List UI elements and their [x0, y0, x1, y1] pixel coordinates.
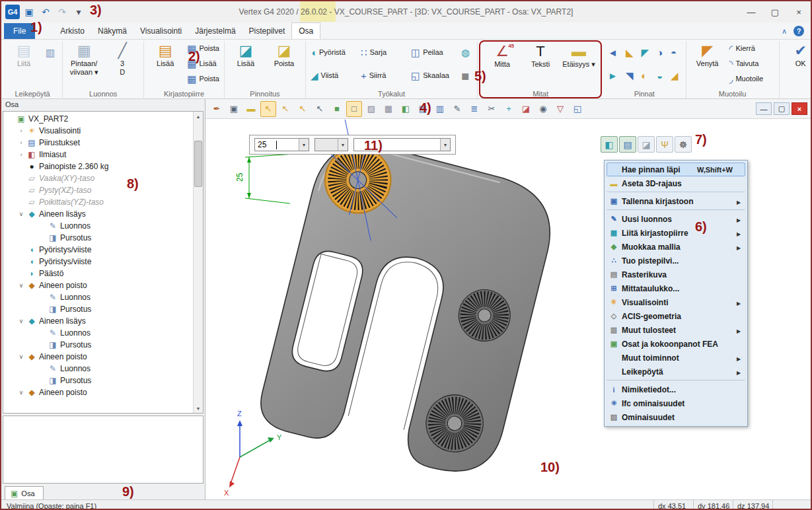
- help-icon[interactable]: ?: [794, 26, 804, 36]
- tree-item[interactable]: ◖ Pyöristys/viiste: [3, 256, 193, 268]
- dimension-combo-1[interactable]: [254, 138, 309, 151]
- menu-item[interactable]: ✎ Uusi luonnos: [607, 212, 745, 226]
- menu-item[interactable]: Muut toiminnot: [607, 351, 745, 365]
- dropdown-arrow-icon[interactable]: [440, 139, 450, 151]
- panel-tab-osa[interactable]: ▣ Osa: [5, 486, 44, 499]
- annotate-pen-icon[interactable]: ✎: [449, 101, 465, 117]
- text-button[interactable]: T Teksti: [522, 42, 559, 88]
- dimension-button[interactable]: ∠ Mitta 45: [484, 42, 521, 88]
- twist-button[interactable]: ◜ Kierrä: [727, 41, 776, 56]
- scrollbar-thumb[interactable]: [194, 141, 202, 187]
- menu-item[interactable]: ▦ Liitä kirjastopiirre: [607, 226, 745, 240]
- shaded-view-icon[interactable]: ■: [329, 101, 345, 117]
- tree-item[interactable]: ▱ Vaaka(XY)-taso: [3, 172, 193, 184]
- tree-expand-arrow[interactable]: ∨: [18, 318, 24, 324]
- tree-scrollbar[interactable]: ▲ ▼: [193, 112, 203, 413]
- ribbon-tab[interactable]: Osa: [291, 22, 320, 39]
- library-add-button[interactable]: ▤ Lisää: [147, 41, 184, 87]
- fillet-button[interactable]: ◖ Pyöristä: [309, 41, 357, 64]
- menu-item[interactable]: ◆ Muokkaa mallia: [607, 240, 745, 254]
- face-replace-button[interactable]: ◣: [624, 41, 638, 64]
- minimize-button[interactable]: —: [739, 3, 763, 21]
- layers-icon[interactable]: ≣: [466, 101, 482, 117]
- face-merge-button[interactable]: ◢: [669, 64, 683, 87]
- paste-button[interactable]: ▤ Liitä: [5, 41, 42, 87]
- tree-item[interactable]: ▣ VX_PART2: [3, 113, 193, 125]
- dimension-combo-3[interactable]: [353, 138, 451, 151]
- dimension-value-input[interactable]: [255, 139, 299, 151]
- tree-item[interactable]: › ◧ Ilmiasut: [3, 149, 193, 161]
- menu-item[interactable]: i Nimiketiedot...: [607, 382, 745, 396]
- mdi-restore-button[interactable]: ▢: [774, 102, 790, 115]
- face-offset-button[interactable]: ►: [606, 64, 622, 87]
- section-view-icon[interactable]: ◧: [398, 101, 414, 117]
- shaded-edges-view-icon[interactable]: ▦: [381, 101, 396, 117]
- customize-toolbar-icon[interactable]: ▾: [71, 5, 86, 18]
- viewport[interactable]: ✒ ▣ ▬ ↖ ↖ ↖ ↖ ■ □ ▨ ▦ ◧: [205, 99, 811, 499]
- stretch-button[interactable]: ◤ Venytä: [689, 41, 726, 87]
- face-extend-button[interactable]: ◒: [655, 64, 667, 87]
- 3d-model[interactable]: [249, 119, 567, 482]
- swap-view-icon[interactable]: ◱: [570, 101, 585, 117]
- library-remove-button[interactable]: ▦ Poista: [185, 41, 221, 56]
- quick-dimension-icon[interactable]: ▬: [243, 101, 259, 117]
- filter-icon[interactable]: ▽: [552, 101, 568, 117]
- redo-icon[interactable]: ↷: [55, 5, 69, 18]
- face-copy-button[interactable]: ◤: [639, 41, 653, 64]
- move-axes-icon[interactable]: +: [501, 101, 517, 117]
- tree-item[interactable]: ◨ Pursotus: [3, 339, 193, 351]
- undo-icon[interactable]: ↶: [38, 5, 53, 18]
- block-tool-button[interactable]: ◼: [459, 64, 474, 87]
- tree-expand-arrow[interactable]: ›: [18, 139, 24, 146]
- sketch-3d-button[interactable]: ╱ 3 D: [104, 41, 141, 87]
- tree-expand-arrow[interactable]: ∨: [18, 353, 24, 360]
- coating-add-button[interactable]: ◪ Lisää: [227, 41, 264, 87]
- bend-button[interactable]: ◝ Taivuta: [727, 56, 776, 71]
- erase-icon[interactable]: ◪: [518, 101, 534, 117]
- settings-gear-icon[interactable]: ☸: [675, 136, 692, 153]
- tree-item[interactable]: ✎ Luonnos: [3, 291, 193, 303]
- move-button[interactable]: + Siirrä: [359, 64, 408, 87]
- tree-item[interactable]: ▱ Pysty(XZ)-taso: [3, 184, 193, 196]
- menu-item[interactable]: ▨ Ominaisuudet: [607, 410, 745, 424]
- face-delete-button[interactable]: ◥: [624, 64, 638, 87]
- cut-icon[interactable]: ✂: [484, 101, 499, 117]
- copy-button[interactable]: ▥: [44, 41, 59, 64]
- dimension-value-input-3[interactable]: [354, 139, 440, 151]
- tab-file[interactable]: File: [4, 23, 35, 39]
- ribbon-tab[interactable]: Näkymä: [91, 23, 133, 39]
- select-frame-icon[interactable]: ▣: [226, 101, 242, 117]
- menu-item[interactable]: Hae pinnan läpi W,Shift+W: [607, 163, 745, 176]
- tree-item[interactable]: ✎ Luonnos: [3, 220, 193, 232]
- mirror-button[interactable]: ◫ Peilaa: [409, 41, 458, 64]
- ok-button[interactable]: ✔ OK: [782, 41, 812, 87]
- measure-probe-icon[interactable]: Ψ: [656, 136, 673, 153]
- tree-item[interactable]: ◖ Pyöristys/viiste: [3, 244, 193, 256]
- ribbon-tab[interactable]: Järjestelmä: [188, 23, 242, 39]
- pattern-button[interactable]: ∷ Sarja: [359, 41, 408, 64]
- maximize-button[interactable]: ▢: [763, 3, 787, 21]
- tree-item[interactable]: › ☀ Visualisointi: [3, 125, 193, 137]
- menu-item[interactable]: ▬ Aseta 3D-rajaus: [607, 176, 745, 192]
- ribbon-tab[interactable]: Visualisointi: [133, 23, 188, 39]
- tree-expand-arrow[interactable]: ›: [18, 151, 24, 158]
- scale-button[interactable]: ◱ Skaalaa: [409, 64, 458, 87]
- dimension-combo-2[interactable]: [314, 138, 348, 151]
- dropdown-arrow-icon[interactable]: [299, 139, 309, 151]
- dimension-value-input-2[interactable]: [315, 139, 338, 151]
- scroll-up-icon[interactable]: ▲: [194, 112, 203, 121]
- tree-item[interactable]: ✎ Luonnos: [3, 363, 193, 375]
- menu-item[interactable]: ▤ Rasterikuva: [607, 268, 745, 281]
- boss-tool-button[interactable]: ◍: [459, 41, 474, 64]
- app-logo[interactable]: G4: [5, 5, 20, 19]
- collapse-ribbon-icon[interactable]: ∧: [782, 27, 787, 36]
- tree-item[interactable]: ◗ Päästö: [3, 268, 193, 279]
- tree-item[interactable]: ◨ Pursotus: [3, 375, 193, 386]
- drawing-stack-icon[interactable]: ▥: [432, 101, 448, 117]
- close-button[interactable]: ×: [787, 3, 811, 21]
- eraser-icon[interactable]: ◪: [638, 136, 655, 153]
- tree-item[interactable]: ◨ Pursotus: [3, 232, 193, 244]
- face-split-button[interactable]: ◓: [669, 41, 683, 64]
- menu-item[interactable]: ▥ Muut tulosteet: [607, 323, 745, 337]
- coating-remove-button[interactable]: ◪ Poista: [266, 41, 303, 87]
